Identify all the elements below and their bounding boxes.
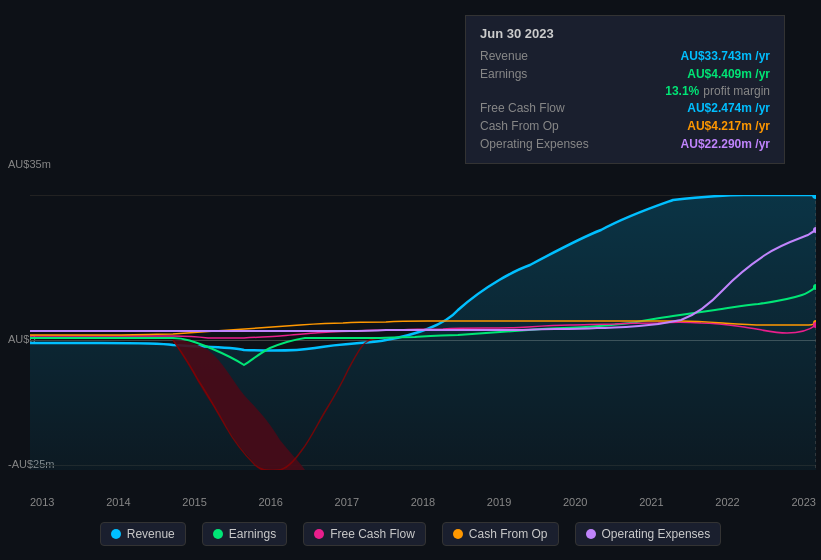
cashop-label: Cash From Op xyxy=(480,119,559,133)
fcf-dot xyxy=(314,529,324,539)
x-label-2015: 2015 xyxy=(182,496,206,508)
x-axis-labels: 2013 2014 2015 2016 2017 2018 2019 2020 … xyxy=(30,496,816,508)
fcf-row: Free Cash Flow AU$2.474m /yr xyxy=(480,99,770,117)
chart-legend: Revenue Earnings Free Cash Flow Cash Fro… xyxy=(0,522,821,546)
opex-legend-label: Operating Expenses xyxy=(602,527,711,541)
legend-opex[interactable]: Operating Expenses xyxy=(575,522,722,546)
cashop-legend-label: Cash From Op xyxy=(469,527,548,541)
profit-row: 13.1% profit margin xyxy=(480,83,770,99)
revenue-label: Revenue xyxy=(480,49,528,63)
profit-pct: 13.1% xyxy=(665,84,699,98)
x-label-2023: 2023 xyxy=(791,496,815,508)
x-label-2017: 2017 xyxy=(335,496,359,508)
legend-revenue[interactable]: Revenue xyxy=(100,522,186,546)
earnings-label: Earnings xyxy=(480,67,527,81)
legend-cashop[interactable]: Cash From Op xyxy=(442,522,559,546)
legend-earnings[interactable]: Earnings xyxy=(202,522,287,546)
opex-row: Operating Expenses AU$22.290m /yr xyxy=(480,135,770,153)
x-label-2019: 2019 xyxy=(487,496,511,508)
earnings-legend-label: Earnings xyxy=(229,527,276,541)
revenue-dot xyxy=(111,529,121,539)
x-label-2018: 2018 xyxy=(411,496,435,508)
chart-svg xyxy=(30,195,816,470)
revenue-legend-label: Revenue xyxy=(127,527,175,541)
x-label-2016: 2016 xyxy=(258,496,282,508)
legend-fcf[interactable]: Free Cash Flow xyxy=(303,522,426,546)
x-label-2022: 2022 xyxy=(715,496,739,508)
revenue-value: AU$33.743m /yr xyxy=(681,49,770,63)
opex-value: AU$22.290m /yr xyxy=(681,137,770,151)
y-label-top: AU$35m xyxy=(8,158,51,170)
x-label-2013: 2013 xyxy=(30,496,54,508)
opex-label: Operating Expenses xyxy=(480,137,589,151)
fcf-legend-label: Free Cash Flow xyxy=(330,527,415,541)
fcf-value: AU$2.474m /yr xyxy=(687,101,770,115)
earnings-dot xyxy=(213,529,223,539)
profit-text: profit margin xyxy=(703,84,770,98)
tooltip-date: Jun 30 2023 xyxy=(480,26,770,41)
earnings-row: Earnings AU$4.409m /yr xyxy=(480,65,770,83)
cashop-row: Cash From Op AU$4.217m /yr xyxy=(480,117,770,135)
x-label-2021: 2021 xyxy=(639,496,663,508)
x-label-2014: 2014 xyxy=(106,496,130,508)
cashop-dot xyxy=(453,529,463,539)
fcf-label: Free Cash Flow xyxy=(480,101,565,115)
tooltip-box: Jun 30 2023 Revenue AU$33.743m /yr Earni… xyxy=(465,15,785,164)
earnings-value: AU$4.409m /yr xyxy=(687,67,770,81)
cashop-value: AU$4.217m /yr xyxy=(687,119,770,133)
x-label-2020: 2020 xyxy=(563,496,587,508)
opex-dot xyxy=(586,529,596,539)
revenue-row: Revenue AU$33.743m /yr xyxy=(480,47,770,65)
